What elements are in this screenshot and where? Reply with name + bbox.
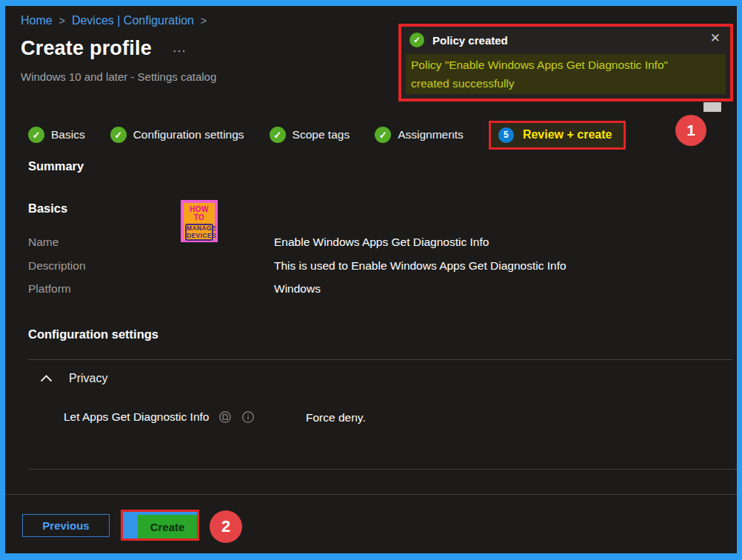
toast-message-line1: Policy "Enable Windows Apps Get Diagnost… bbox=[411, 56, 721, 74]
annotation-badge-2: 2 bbox=[210, 510, 242, 543]
setting-value: Force deny. bbox=[306, 411, 366, 424]
book-icon[interactable] bbox=[218, 410, 232, 424]
tab-configuration-settings[interactable]: ✓ Configuration settings bbox=[110, 127, 244, 143]
summary-row-platform: Platform Windows bbox=[28, 282, 321, 296]
close-icon[interactable]: ✕ bbox=[710, 30, 721, 46]
screenshot-frame: Home > Devices | Configuration > Create … bbox=[0, 0, 742, 560]
step-label: Scope tags bbox=[293, 128, 350, 141]
summary-row-name: Name Enable Windows Apps Get Diagnostic … bbox=[28, 236, 489, 249]
privacy-group-label: Privacy bbox=[69, 372, 107, 385]
basics-heading: Basics bbox=[28, 201, 67, 216]
step-complete-icon: ✓ bbox=[270, 127, 286, 143]
divider bbox=[28, 359, 733, 360]
step-label: Configuration settings bbox=[133, 128, 244, 141]
tab-review-create[interactable]: 5 Review + create bbox=[489, 121, 626, 150]
portal-page: Home > Devices | Configuration > Create … bbox=[5, 6, 737, 553]
tab-scope-tags[interactable]: ✓ Scope tags bbox=[270, 127, 350, 143]
step-label: Review + create bbox=[523, 128, 612, 141]
row-label: Name bbox=[28, 236, 274, 249]
watermark-line1: HOW TO bbox=[184, 205, 215, 221]
summary-row-description: Description This is used to Enable Windo… bbox=[28, 259, 566, 273]
page-title: Create profile bbox=[21, 37, 152, 60]
row-value: This is used to Enable Windows Apps Get … bbox=[274, 259, 566, 273]
configuration-settings-heading: Configuration settings bbox=[28, 327, 158, 341]
tab-basics[interactable]: ✓ Basics bbox=[28, 127, 85, 143]
chevron-right-icon: > bbox=[59, 15, 65, 27]
breadcrumb-link-home[interactable]: Home bbox=[21, 14, 53, 27]
breadcrumb-link-devices-configuration[interactable]: Devices | Configuration bbox=[72, 14, 194, 27]
more-options-button[interactable]: ⋯ bbox=[173, 42, 188, 59]
page-header: Create profile ⋯ bbox=[21, 37, 188, 60]
divider bbox=[28, 469, 737, 470]
row-value: Windows bbox=[274, 282, 321, 296]
privacy-group-expander[interactable]: Privacy bbox=[39, 372, 107, 385]
summary-heading: Summary bbox=[28, 159, 84, 173]
breadcrumb: Home > Devices | Configuration > bbox=[21, 14, 207, 27]
row-label: Platform bbox=[28, 282, 274, 296]
create-button-label: Create bbox=[138, 515, 197, 539]
tab-assignments[interactable]: ✓ Assignments bbox=[375, 127, 464, 143]
chevron-right-icon: > bbox=[201, 15, 207, 27]
toast-message-line2: created successfully bbox=[411, 74, 721, 93]
policy-created-toast: ✓ Policy created ✕ Policy "Enable Window… bbox=[398, 24, 733, 101]
step-complete-icon: ✓ bbox=[28, 127, 44, 143]
toast-message: Policy "Enable Windows Apps Get Diagnost… bbox=[406, 54, 726, 94]
setting-row: Let Apps Get Diagnostic Info bbox=[64, 410, 255, 424]
step-complete-icon: ✓ bbox=[375, 127, 391, 143]
toast-title: Policy created bbox=[432, 34, 508, 47]
footer-divider bbox=[5, 494, 737, 495]
step-label: Assignments bbox=[398, 128, 464, 141]
setting-label: Let Apps Get Diagnostic Info bbox=[64, 410, 209, 424]
toast-header: ✓ Policy created bbox=[410, 33, 508, 47]
row-label: Description bbox=[28, 259, 274, 273]
annotation-badge-1: 1 bbox=[675, 115, 706, 146]
page-subtitle: Windows 10 and later - Settings catalog bbox=[21, 70, 216, 83]
scrollbar-thumb[interactable] bbox=[703, 102, 721, 112]
create-button[interactable]: Create bbox=[121, 510, 199, 541]
step-number-icon: 5 bbox=[498, 127, 514, 143]
step-complete-icon: ✓ bbox=[110, 127, 127, 143]
chevron-up-icon bbox=[39, 374, 53, 383]
row-value: Enable Windows Apps Get Diagnostic Info bbox=[274, 236, 489, 249]
previous-button[interactable]: Previous bbox=[22, 514, 110, 537]
success-check-icon: ✓ bbox=[410, 33, 424, 47]
step-label: Basics bbox=[51, 128, 85, 141]
info-icon[interactable] bbox=[241, 410, 255, 424]
wizard-steps: ✓ Basics ✓ Configuration settings ✓ Scop… bbox=[28, 119, 626, 151]
